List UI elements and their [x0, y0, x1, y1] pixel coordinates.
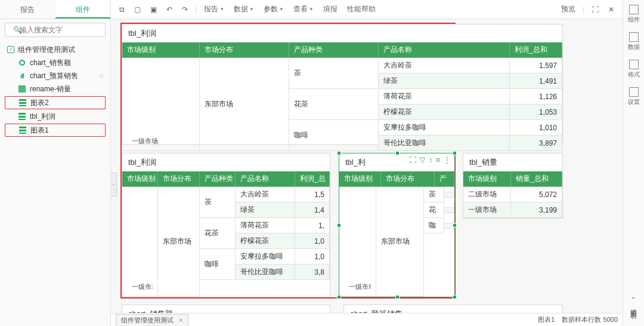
dataset-icon: ✓: [7, 46, 14, 53]
setting-icon: [629, 87, 639, 97]
panel-title: tbl_销量: [463, 153, 562, 171]
panel-tbl-profit-narrow[interactable]: tbl_利 ⛶ ▽ ↕ ≡ ⋮ 市场级别 市场分布 产 一级市场 东部市场 茶花…: [339, 153, 455, 297]
tree-item-tbl-profit[interactable]: tbl_利润: [0, 110, 110, 123]
redo-icon[interactable]: ↷: [179, 4, 190, 15]
side-tab-report[interactable]: 报告: [0, 0, 55, 19]
panel-title: tbl_利润: [122, 24, 562, 42]
tree-root-label: 组件管理使用测试: [18, 45, 75, 55]
menu-data[interactable]: 数据▼: [231, 3, 256, 16]
switch-chart-label[interactable]: ‹ 切换图表: [629, 297, 638, 308]
footer-chart-name: 图表1: [538, 315, 555, 324]
fullscreen-icon[interactable]: ⛶: [589, 4, 601, 15]
panel-title: tbl_利润: [122, 153, 330, 171]
panel-list-icon[interactable]: ≡: [436, 156, 440, 164]
rb-setting[interactable]: 设置: [628, 87, 640, 106]
tree-root[interactable]: ✓ 组件管理使用测试: [0, 43, 110, 56]
canvas[interactable]: ‹ tbl_利润 市场级别 市场分布 产品种类 产品名称 利润_总和 一级市场 …: [111, 19, 623, 326]
panel-tbl-profit-small[interactable]: tbl_利润 市场级别 市场分布 产品种类 产品名称 利润_总 一级市场 东部市…: [122, 153, 330, 297]
menu-report[interactable]: 报告▼: [202, 3, 227, 16]
bar-chart-icon: ıll: [18, 72, 26, 80]
tool-saveas-icon[interactable]: ▣: [148, 4, 159, 15]
rb-component[interactable]: 组件: [628, 5, 640, 24]
footer-rowcount: 数据样本行数 5000: [562, 315, 618, 324]
preview-button[interactable]: 预览: [559, 3, 578, 16]
footer: 组件管理使用测试 × 图表1 数据样本行数 5000: [111, 313, 623, 326]
side-tab-component[interactable]: 组件: [55, 0, 111, 19]
tool-save-icon[interactable]: ▢: [132, 4, 143, 15]
menu-view[interactable]: 查看▼: [291, 3, 316, 16]
grid-icon: [18, 126, 27, 134]
menu-fill[interactable]: 填报: [321, 3, 340, 16]
format-icon: [629, 60, 639, 69]
panel-toolbar: ⛶ ▽ ↕ ≡ ⋮: [409, 156, 451, 164]
data-icon: [629, 32, 639, 42]
tree-item-chart1[interactable]: 图表1: [5, 124, 106, 137]
table-icon: [18, 85, 26, 93]
toolbar: ⧉ ▢ ▣ ↶ ↷ | 报告▼ 数据▼ 参数▼ 查看▼ 填报 性能帮助 预览 |…: [111, 0, 623, 19]
panel-more-icon[interactable]: ⋮: [444, 156, 451, 164]
menu-perf[interactable]: 性能帮助: [345, 3, 378, 16]
component-tree: ✓ 组件管理使用测试 chart_销售额 ıll chart_预算销售 ☆ re…: [0, 41, 110, 140]
menu-param[interactable]: 参数▼: [261, 3, 286, 16]
undo-icon[interactable]: ↶: [164, 4, 175, 15]
component-icon: [629, 5, 639, 14]
panel-sort-icon[interactable]: ↕: [429, 156, 432, 164]
rb-data[interactable]: 数据: [628, 32, 640, 51]
right-sidebar: 组件 数据 格式 设置 ‹ 切换图表: [623, 0, 644, 326]
rb-format[interactable]: 格式: [628, 60, 640, 79]
footer-tab-close-icon[interactable]: ×: [179, 316, 182, 324]
grid-icon: [18, 112, 26, 121]
tree-item-rename[interactable]: rename-销量: [0, 82, 110, 96]
footer-tab[interactable]: 组件管理使用测试 ×: [116, 314, 188, 326]
collapse-handle[interactable]: ‹: [111, 173, 117, 196]
panel-tbl-sales[interactable]: tbl_销量 市场级别 销量_总和 二级市场5,072一级市场3,199: [463, 153, 563, 219]
star-icon[interactable]: ☆: [98, 72, 104, 80]
close-icon[interactable]: ✕: [606, 4, 617, 15]
tree-item-chart-sales[interactable]: chart_销售额: [0, 56, 110, 69]
tree-item-chart-budget[interactable]: ıll chart_预算销售 ☆: [0, 69, 110, 82]
sidebar: 报告 组件 🔍 ✓ 组件管理使用测试 chart_销售额 ıll chart_预…: [0, 0, 111, 326]
panel-tbl-profit-large[interactable]: tbl_利润 市场级别 市场分布 产品种类 产品名称 利润_总和 一级市场 东部…: [122, 24, 563, 145]
panel-filter-icon[interactable]: ▽: [420, 156, 425, 164]
panel-expand-icon[interactable]: ⛶: [409, 156, 416, 164]
ring-chart-icon: [18, 59, 26, 67]
grid-icon: [18, 99, 27, 107]
tree-item-chart2[interactable]: 图表2: [5, 96, 106, 109]
main-area: ⧉ ▢ ▣ ↶ ↷ | 报告▼ 数据▼ 参数▼ 查看▼ 填报 性能帮助 预览 |…: [111, 0, 623, 326]
search-box: 🔍: [5, 23, 106, 37]
tool-new-icon[interactable]: ⧉: [117, 4, 127, 15]
search-icon: 🔍: [13, 26, 22, 34]
